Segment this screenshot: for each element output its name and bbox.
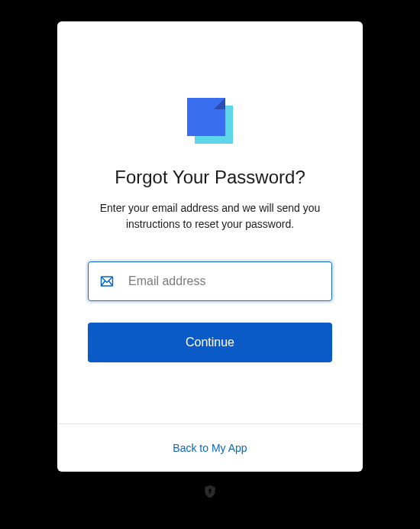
back-link[interactable]: Back to My App	[173, 442, 247, 454]
card-footer: Back to My App	[57, 424, 363, 472]
provider-badge-icon	[202, 484, 218, 499]
email-icon	[100, 274, 114, 288]
app-logo-icon	[187, 98, 233, 144]
continue-button[interactable]: Continue	[88, 323, 332, 362]
reset-password-card: Forgot Your Password? Enter your email a…	[57, 21, 363, 472]
card-main: Forgot Your Password? Enter your email a…	[57, 21, 363, 424]
page-subtitle: Enter your email address and we will sen…	[95, 200, 325, 232]
email-input[interactable]	[88, 261, 332, 301]
page-title: Forgot Your Password?	[115, 167, 305, 188]
email-input-wrapper	[88, 261, 332, 301]
